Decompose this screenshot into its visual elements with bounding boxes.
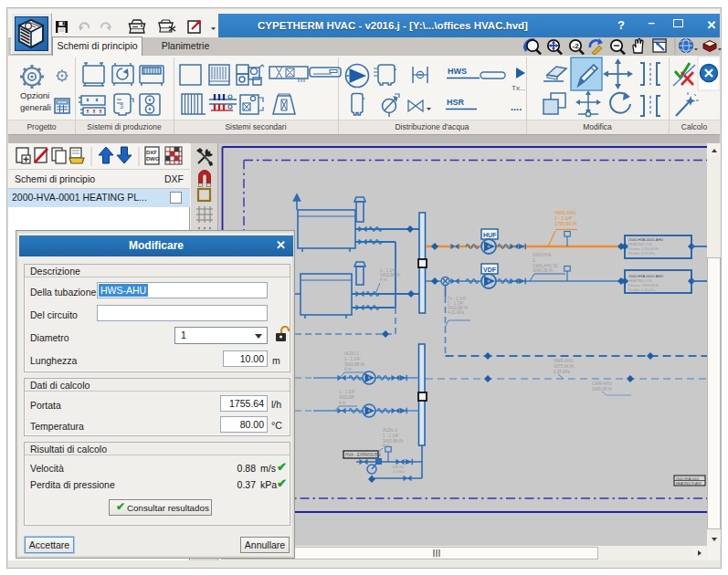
svg-text:ALDU-2: ALDU-2 <box>383 428 398 433</box>
svg-text:2000-HVA: 2000-HVA <box>533 253 551 257</box>
svg-text:1 - 1 1/4": 1 - 1 1/4" <box>383 434 400 438</box>
svg-text:....: .... <box>511 101 522 112</box>
svg-text:1640.08 l/h: 1640.08 l/h <box>533 268 554 273</box>
svg-text:VDF: VDF <box>483 267 497 273</box>
svg-text:-2: -2 <box>573 42 580 50</box>
svg-text:0.35 kPa: 0.35 kPa <box>554 370 570 374</box>
svg-text:3: 3 <box>120 103 123 110</box>
svg-text:1 - 1 1/4": 1 - 1 1/4" <box>339 390 356 394</box>
svg-text:HVA - EXPANSION: HVA - EXPANSION <box>345 453 381 457</box>
svg-text:4.01 kPa: 4.01 kPa <box>448 310 464 315</box>
svg-text:HUF: HUF <box>483 232 497 238</box>
svg-text:1675.64 l/h: 1675.64 l/h <box>554 364 575 369</box>
svg-text:1 - 1 1/4": 1 - 1 1/4" <box>344 357 362 361</box>
svg-text:Perdita: 0.37 kPa: Perdita: 0.37 kPa <box>628 252 656 256</box>
svg-text:4 m: 4 m <box>380 277 387 282</box>
svg-text:4 m: 4 m <box>339 401 346 405</box>
svg-text:1.5 bar: 1.5 bar <box>393 469 406 474</box>
svg-text:4 m: 4 m <box>383 444 390 448</box>
svg-text:Perdita: 0.35 kPa: Perdita: 0.35 kPa <box>628 288 656 292</box>
svg-text:3410.88: 3410.88 <box>339 395 354 400</box>
svg-text:HSR: HSR <box>447 98 465 107</box>
svg-text:HWS: HWS <box>448 67 467 76</box>
svg-text:1755.64 l/h: 1755.64 l/h <box>554 221 577 226</box>
svg-text:HEATING COIL: HEATING COIL <box>628 243 653 246</box>
svg-text:2000-HVA-0001-AHU: 2000-HVA-0001-AHU <box>628 237 663 242</box>
svg-text:1640.08 l/h: 1640.08 l/h <box>592 387 613 392</box>
svg-text:HEATING PLANT: HEATING PLANT <box>676 482 702 486</box>
svg-text:ALDU-1: ALDU-1 <box>344 351 360 356</box>
svg-text:DWG: DWG <box>146 156 160 162</box>
svg-text:Portata: 1755.64 l/h: Portata: 1755.64 l/h <box>628 247 659 251</box>
svg-text:CWR-AHU: CWR-AHU <box>592 382 612 386</box>
svg-text:2000-HVA-0001: 2000-HVA-0001 <box>676 477 700 481</box>
svg-text:2: 2 <box>533 258 535 263</box>
svg-text:Tx...: Tx... <box>512 84 526 92</box>
svg-text:4 m: 4 m <box>344 367 352 371</box>
svg-text:DXF: DXF <box>146 150 157 155</box>
svg-text:Portata: 1640.08 l/h: Portata: 1640.08 l/h <box>628 284 659 288</box>
svg-text:HEATING COIL: HEATING COIL <box>628 279 653 283</box>
svg-text:HWR-AHU: HWR-AHU <box>554 359 574 363</box>
svg-text:2000-HVA-0002-AHU: 2000-HVA-0002-AHU <box>628 274 663 278</box>
